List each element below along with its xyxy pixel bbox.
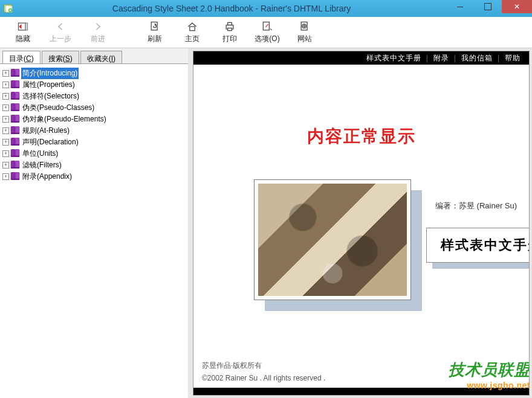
back-button[interactable]: 上一步: [42, 19, 79, 47]
expand-icon[interactable]: +: [2, 173, 9, 180]
svg-rect-19: [11, 144, 19, 146]
minimize-button[interactable]: [446, 0, 474, 13]
nav-tabs: 目录(C) 搜索(S) 收藏夹(I): [0, 48, 188, 64]
expand-icon[interactable]: +: [2, 116, 9, 123]
titlebar: Cascading Style Sheet 2.0 Handbook - Rai…: [0, 0, 532, 17]
hide-icon: [17, 21, 29, 33]
home-button[interactable]: 主页: [174, 19, 210, 47]
refresh-button[interactable]: 刷新: [137, 19, 173, 47]
book-icon: [10, 103, 20, 112]
toolbar-label: 前进: [91, 34, 105, 44]
book-icon: [10, 161, 20, 169]
book-icon: [10, 92, 20, 100]
copyright-footer: 苏昱作品·版权所有 ©2002 Rainer Su . All rights r…: [202, 359, 325, 384]
toolbar-label: 主页: [185, 34, 199, 44]
tree-label[interactable]: 选择符(Selectors): [21, 91, 80, 102]
print-icon: [224, 21, 236, 33]
expand-icon[interactable]: +: [2, 82, 9, 88]
window-title: Cascading Style Sheet 2.0 Handbook - Rai…: [17, 4, 446, 13]
tree-node[interactable]: +单位(Units): [2, 148, 186, 159]
tree-label[interactable]: 滤镜(Filters): [21, 159, 63, 171]
expand-icon[interactable]: +: [2, 104, 9, 111]
svg-rect-13: [11, 75, 19, 77]
contents-tree[interactable]: +简介(Introducing)+属性(Properties)+选择符(Sele…: [0, 64, 188, 398]
maximize-button[interactable]: [474, 0, 502, 13]
manual-title-card: 样式表中文手册: [426, 228, 529, 270]
toolbar-label: 上一步: [50, 34, 71, 44]
forward-icon: [92, 21, 104, 33]
toolbar-label: 刷新: [148, 34, 162, 44]
expand-icon[interactable]: +: [2, 93, 9, 100]
hide-button[interactable]: 隐藏: [5, 19, 41, 47]
app-icon: [4, 4, 13, 13]
options-icon: [261, 21, 273, 33]
svg-rect-22: [11, 179, 19, 180]
nav-help[interactable]: 帮助: [505, 53, 521, 63]
navigation-pane: 目录(C) 搜索(S) 收藏夹(I) +简介(Introducing)+属性(P…: [0, 48, 190, 398]
book-icon: [10, 149, 20, 158]
tree-label[interactable]: 属性(Properties): [21, 79, 76, 91]
options-button[interactable]: 选项(O): [249, 19, 285, 47]
tree-node[interactable]: +声明(Declaration): [2, 136, 186, 147]
tree-node[interactable]: +选择符(Selectors): [2, 91, 186, 101]
svg-rect-15: [11, 98, 19, 100]
tree-node[interactable]: +附录(Appendix): [2, 171, 186, 182]
tree-node[interactable]: +伪对象(Pseudo-Elements): [2, 114, 186, 124]
book-icon: [10, 172, 20, 181]
svg-rect-4: [25, 23, 27, 30]
refresh-icon: [149, 21, 161, 33]
tree-node[interactable]: +简介(Introducing): [2, 68, 186, 79]
close-button[interactable]: [502, 0, 532, 13]
book-icon: [10, 69, 20, 77]
website-button[interactable]: 网站: [287, 19, 323, 47]
svg-rect-9: [228, 28, 232, 31]
tree-node[interactable]: +规则(At-Rules): [2, 125, 186, 136]
toolbar-label: 隐藏: [16, 34, 30, 44]
tree-label[interactable]: 声明(Declaration): [21, 136, 80, 148]
banner-text: 内容正常显示: [193, 125, 529, 148]
website-icon: [299, 21, 311, 33]
book-icon: [10, 138, 20, 146]
expand-icon[interactable]: +: [2, 70, 9, 77]
tree-label[interactable]: 伪类(Pseudo-Classes): [21, 102, 96, 114]
tree-label[interactable]: 单位(Units): [21, 148, 59, 159]
svg-rect-18: [11, 133, 19, 134]
content-pane: 样式表中文手册 | 附录 | 我的信箱 | 帮助 内容正常显示 编著：苏昱 (R…: [193, 51, 530, 396]
print-button[interactable]: 打印: [212, 19, 248, 47]
svg-rect-17: [11, 121, 19, 123]
top-nav: 样式表中文手册 | 附录 | 我的信箱 | 帮助: [193, 51, 529, 65]
book-icon: [10, 80, 20, 89]
svg-rect-16: [11, 110, 19, 111]
book-icon: [10, 115, 20, 123]
tree-label[interactable]: 简介(Introducing): [21, 68, 79, 79]
tab-contents[interactable]: 目录(C): [2, 51, 41, 63]
watermark: 技术员联盟 www.jsgho.net: [449, 359, 529, 390]
expand-icon[interactable]: +: [2, 150, 9, 157]
svg-rect-6: [190, 27, 195, 31]
forward-button[interactable]: 前进: [80, 19, 116, 47]
nav-manual[interactable]: 样式表中文手册: [366, 53, 421, 63]
tree-node[interactable]: +伪类(Pseudo-Classes): [2, 102, 186, 113]
svg-rect-20: [11, 156, 19, 157]
toolbar-label: 选项(O): [255, 34, 279, 44]
nav-appendix[interactable]: 附录: [433, 53, 449, 63]
tab-favorites[interactable]: 收藏夹(I): [80, 51, 122, 63]
home-icon: [186, 21, 198, 33]
document-body: 内容正常显示 编著：苏昱 (Rainer Su) 样式表中文手册 苏昱作品·版权…: [193, 65, 529, 395]
nav-mailbox[interactable]: 我的信箱: [461, 53, 493, 63]
svg-rect-8: [228, 22, 232, 25]
expand-icon[interactable]: +: [2, 162, 9, 169]
svg-rect-14: [11, 87, 19, 88]
toolbar: 隐藏 上一步 前进 刷新 主页 打印 选项(O) 网站: [0, 17, 532, 48]
tree-node[interactable]: +属性(Properties): [2, 79, 186, 90]
cover-image: [258, 184, 407, 296]
tree-label[interactable]: 附录(Appendix): [21, 171, 73, 182]
svg-rect-21: [11, 167, 19, 169]
tree-label[interactable]: 伪对象(Pseudo-Elements): [21, 114, 108, 125]
tree-node[interactable]: +滤镜(Filters): [2, 159, 186, 170]
expand-icon[interactable]: +: [2, 127, 9, 134]
book-icon: [10, 126, 20, 135]
tree-label[interactable]: 规则(At-Rules): [21, 125, 71, 136]
expand-icon[interactable]: +: [2, 139, 9, 146]
tab-search[interactable]: 搜索(S): [42, 51, 79, 63]
